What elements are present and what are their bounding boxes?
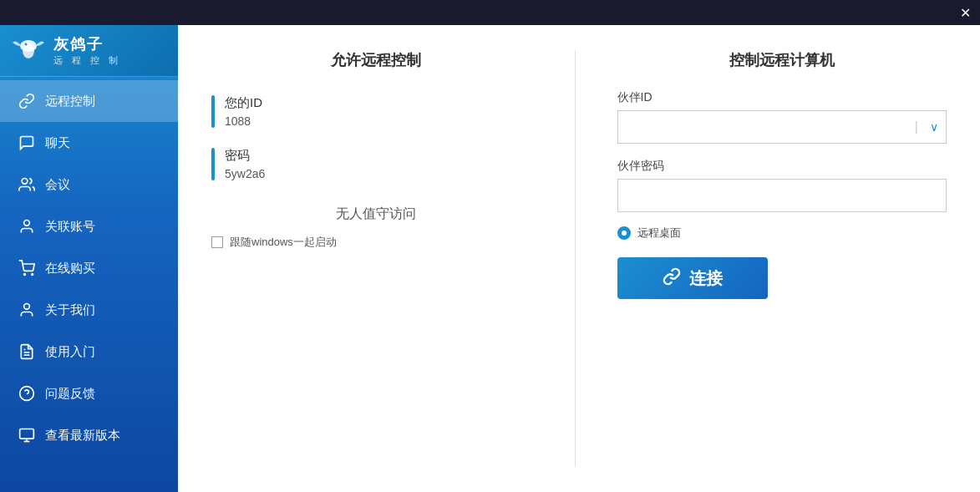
link-icon <box>17 91 37 111</box>
sidebar-item-online-purchase[interactable]: 在线购买 <box>0 247 178 289</box>
radio-row: 远程桌面 <box>617 226 947 241</box>
auto-start-row: 跟随windows一起启动 <box>211 235 541 250</box>
about-icon <box>17 300 37 320</box>
sidebar-item-feedback[interactable]: 问题反馈 <box>0 373 178 414</box>
sidebar-item-remote-control[interactable]: 远程控制 <box>0 80 178 122</box>
app-title-main: 灰鸽子 <box>53 34 121 54</box>
account-icon <box>17 216 37 236</box>
control-remote-title: 控制远程计算机 <box>617 50 947 70</box>
partner-pwd-input[interactable] <box>617 179 947 212</box>
svg-point-4 <box>25 43 28 45</box>
svg-point-6 <box>24 221 30 226</box>
monitor-icon <box>17 425 37 445</box>
password-block: 密码 5yw2a6 <box>211 148 541 180</box>
radio-label: 远程桌面 <box>637 226 681 241</box>
unattended-title: 无人值守访问 <box>211 205 541 223</box>
radio-dot-inner <box>622 231 627 236</box>
svg-point-8 <box>32 274 33 276</box>
sidebar-header: 灰鸽子 远 程 控 制 <box>0 25 178 77</box>
svg-point-7 <box>24 274 26 276</box>
id-content: 您的ID 1088 <box>215 95 262 128</box>
svg-point-9 <box>24 304 30 310</box>
sidebar-item-linked-account[interactable]: 关联账号 <box>0 205 178 247</box>
left-panel: 允许远程控制 您的ID 1088 密码 5yw2a6 无人值守访问 <box>211 50 576 467</box>
sidebar-item-label: 在线购买 <box>45 261 95 276</box>
sidebar-item-label: 使用入门 <box>45 344 95 360</box>
right-panel: 控制远程计算机 伙伴ID | ∨ 伙伴密码 远程桌面 <box>576 50 947 467</box>
partner-id-input[interactable] <box>617 110 947 144</box>
logo-icon <box>10 33 47 69</box>
your-id-label: 您的ID <box>225 95 262 111</box>
meeting-icon <box>17 175 37 195</box>
connect-button[interactable]: 连接 <box>617 257 768 299</box>
sidebar-item-label: 远程控制 <box>45 94 95 109</box>
sidebar-item-label: 关联账号 <box>45 219 95 235</box>
doc-icon <box>17 342 37 362</box>
connect-icon <box>663 267 681 290</box>
sidebar-nav: 远程控制 聊天 <box>0 77 178 492</box>
connect-label: 连接 <box>689 267 723 290</box>
svg-point-3 <box>23 43 34 58</box>
your-id-value: 1088 <box>225 114 262 128</box>
svg-rect-14 <box>20 429 34 439</box>
cart-icon <box>17 258 37 278</box>
partner-id-wrapper: | ∨ <box>617 110 947 144</box>
chat-icon <box>17 133 37 153</box>
sidebar-item-getting-started[interactable]: 使用入门 <box>0 331 178 373</box>
sidebar-item-label: 问题反馈 <box>45 386 95 402</box>
sidebar-item-chat[interactable]: 聊天 <box>0 122 178 164</box>
app-container: 灰鸽子 远 程 控 制 远程控制 <box>0 25 980 492</box>
partner-pwd-label: 伙伴密码 <box>617 159 947 174</box>
sidebar-item-label: 聊天 <box>45 135 70 151</box>
partner-id-label: 伙伴ID <box>617 90 947 105</box>
app-title-sub: 远 程 控 制 <box>53 54 121 67</box>
radio-remote-desktop[interactable] <box>617 226 631 240</box>
svg-point-5 <box>22 179 28 185</box>
app-title-block: 灰鸽子 远 程 控 制 <box>53 34 121 67</box>
sidebar-item-about-us[interactable]: 关于我们 <box>0 289 178 331</box>
unattended-section: 无人值守访问 跟随windows一起启动 <box>211 205 541 250</box>
close-button[interactable]: ✕ <box>957 5 973 21</box>
sidebar-item-meeting[interactable]: 会议 <box>0 164 178 205</box>
sidebar-item-label: 查看最新版本 <box>45 428 120 444</box>
sidebar-item-label: 关于我们 <box>45 302 95 318</box>
question-icon <box>17 383 37 403</box>
title-bar: ✕ <box>0 0 980 25</box>
password-label: 密码 <box>225 148 265 164</box>
auto-start-label: 跟随windows一起启动 <box>230 235 337 250</box>
your-id-block: 您的ID 1088 <box>211 95 541 128</box>
allow-remote-title: 允许远程控制 <box>211 50 541 70</box>
sidebar: 灰鸽子 远 程 控 制 远程控制 <box>0 25 178 492</box>
main-content: 允许远程控制 您的ID 1088 密码 5yw2a6 无人值守访问 <box>178 25 980 492</box>
sidebar-item-check-update[interactable]: 查看最新版本 <box>0 414 178 456</box>
password-value: 5yw2a6 <box>225 167 265 180</box>
auto-start-checkbox[interactable] <box>211 236 223 248</box>
pwd-content: 密码 5yw2a6 <box>215 148 265 180</box>
sidebar-item-label: 会议 <box>45 177 70 193</box>
